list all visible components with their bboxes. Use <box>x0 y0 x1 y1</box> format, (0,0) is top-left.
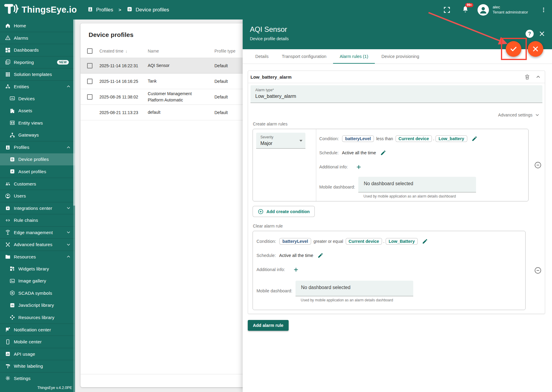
gateways-icon <box>9 132 15 138</box>
mobile-dashboard-helper: Used by mobile application as an alarm d… <box>296 298 413 302</box>
severity-select[interactable]: Severity Major <box>256 133 305 149</box>
sidebar-item-entity-views[interactable]: Entity views <box>0 117 75 129</box>
help-icon[interactable]: ? <box>526 30 534 38</box>
resources-library-icon <box>9 314 15 320</box>
chevron-down-icon <box>66 230 71 235</box>
sidebar-item-mobile-center[interactable]: Mobile center <box>0 336 75 348</box>
add-additional-info-icon[interactable] <box>293 267 299 273</box>
sidebar-item-reporting[interactable]: ReportingNEW <box>0 56 75 68</box>
sidebar-item-settings[interactable]: Settings <box>0 372 75 384</box>
condition-value-chip: Low_Battery <box>386 238 418 245</box>
user-role: Tenant administrator <box>493 10 528 15</box>
cell-name: AQI Sensor <box>148 62 214 68</box>
sidebar-item-users[interactable]: Users <box>0 190 75 202</box>
row-checkbox[interactable] <box>87 63 93 68</box>
sidebar-item-resources[interactable]: Resources <box>0 251 75 263</box>
close-icon[interactable] <box>538 30 545 38</box>
mobile-dashboard-select[interactable]: No dashboard selected <box>296 281 413 296</box>
breadcrumb: Profiles > D Device profiles <box>87 6 169 14</box>
edit-condition-icon[interactable] <box>422 238 428 244</box>
clear-condition-row: Condition: batteryLevel greater or equal… <box>256 237 525 246</box>
panel-subtitle: Device profile details <box>243 34 552 41</box>
sidebar-item-label: Assets <box>18 108 32 113</box>
sidebar-item-javascript-library[interactable]: JSJavaScript library <box>0 299 75 312</box>
notification-center-icon <box>5 327 11 333</box>
remove-clear-rule-icon[interactable] <box>534 267 542 274</box>
reporting-icon <box>5 59 11 65</box>
sidebar-scrollbar[interactable] <box>73 20 75 392</box>
sidebar-item-assets[interactable]: Assets <box>0 105 75 117</box>
sidebar-item-advanced-features[interactable]: Advanced features <box>0 238 75 251</box>
sidebar-item-notification-center[interactable]: Notification center <box>0 324 75 336</box>
row-checkbox[interactable] <box>87 94 93 100</box>
sort-desc-icon: ↓ <box>125 49 127 53</box>
sidebar-item-profiles[interactable]: Profiles <box>0 141 75 153</box>
create-alarm-rules-label: Create alarm rules <box>253 122 542 126</box>
advanced-settings-label: Advanced settings <box>498 113 532 117</box>
sidebar-item-customers[interactable]: Customers <box>0 178 75 190</box>
add-additional-info-icon[interactable] <box>356 164 362 170</box>
logo-icon <box>4 3 19 17</box>
alarm-rules-tab-content: Low_battery_alarm Alarm type* Low_batter… <box>243 64 552 392</box>
row-checkbox[interactable] <box>87 79 93 84</box>
sidebar-item-dashboards[interactable]: Dashboards <box>0 44 75 56</box>
sidebar-item-scada-symbols[interactable]: SCADA symbols <box>0 287 75 299</box>
edit-condition-icon[interactable] <box>472 136 478 142</box>
svg-text:JS: JS <box>11 304 14 307</box>
add-create-condition-button[interactable]: Add create condition <box>253 206 315 217</box>
sidebar-item-devices[interactable]: Devices <box>0 92 75 105</box>
avatar[interactable] <box>478 4 489 16</box>
notifications-bell[interactable]: 99+ <box>462 5 469 14</box>
device-profile-icon: D <box>9 156 15 162</box>
tab-transport-configuration[interactable]: Transport configuration <box>275 49 333 64</box>
sidebar-nav: HomeAlarmsDashboardsReportingNEWSolution… <box>0 20 75 392</box>
breadcrumb-device-profiles[interactable]: D Device profiles <box>126 6 169 14</box>
alarm-type-field[interactable]: Alarm type* Low_battery_alarm <box>250 85 542 103</box>
apply-changes-button[interactable] <box>506 41 521 57</box>
discard-changes-button[interactable] <box>528 41 543 57</box>
sidebar-item-solution-templates[interactable]: Solution templates <box>0 68 75 80</box>
sidebar-item-api-usage[interactable]: API usage <box>0 348 75 360</box>
sidebar-item-integrations-center[interactable]: Integrations center <box>0 202 75 214</box>
app-logo[interactable]: ThingsEye.io <box>0 3 79 17</box>
add-alarm-rule-button[interactable]: Add alarm rule <box>248 320 289 331</box>
sidebar-item-widgets-library[interactable]: Widgets library <box>0 263 75 275</box>
clear-alarm-rule-label: Clear alarm rule <box>253 224 542 228</box>
tab-device-provisioning[interactable]: Device provisioning <box>375 49 426 64</box>
delete-alarm-icon[interactable] <box>524 74 530 80</box>
sidebar-item-asset-profiles[interactable]: AAsset profiles <box>0 165 75 178</box>
sidebar-item-white-labeling[interactable]: White labeling <box>0 360 75 372</box>
mobile-dashboard-select[interactable]: No dashboard selected <box>358 177 476 192</box>
tab-alarm-rules-1-[interactable]: Alarm rules (1) <box>333 49 375 64</box>
edit-schedule-icon[interactable] <box>380 150 386 156</box>
sidebar-item-gateways[interactable]: Gateways <box>0 129 75 141</box>
panel-title: AQI Sensor <box>243 20 552 34</box>
column-name[interactable]: Name <box>148 48 214 54</box>
fullscreen-icon[interactable] <box>443 6 451 14</box>
advanced-settings-toggle[interactable]: Advanced settings <box>250 111 540 119</box>
sidebar-item-edge-management[interactable]: Edge management <box>0 226 75 239</box>
condition-key-chip: batteryLevel <box>279 238 311 245</box>
notifications-badge: 99+ <box>465 3 473 7</box>
chevron-down-icon <box>535 112 540 118</box>
sidebar-item-resources-library[interactable]: Resources library <box>0 311 75 324</box>
sidebar-item-device-profiles[interactable]: DDevice profiles <box>0 153 75 166</box>
schedule-value: Active all the time <box>342 150 376 155</box>
edit-schedule-icon[interactable] <box>317 252 323 258</box>
breadcrumb-profiles[interactable]: Profiles <box>87 6 113 14</box>
tab-details[interactable]: Details <box>249 49 275 64</box>
sidebar-item-entities[interactable]: Entities <box>0 80 75 93</box>
sidebar-item-label: Customers <box>14 181 36 186</box>
sidebar-item-image-gallery[interactable]: Image gallery <box>0 275 75 287</box>
collapse-alarm-icon[interactable] <box>535 74 541 80</box>
sidebar-item-rule-chains[interactable]: Rule chains <box>0 214 75 226</box>
sidebar-item-home[interactable]: Home <box>0 20 75 32</box>
column-created-time[interactable]: Created time↓ <box>99 49 148 53</box>
select-all-checkbox[interactable] <box>87 48 93 54</box>
breadcrumb-separator: > <box>117 7 123 12</box>
sidebar-item-label: Advanced features <box>14 242 52 247</box>
kebab-menu-icon[interactable] <box>541 6 547 14</box>
remove-create-rule-icon[interactable] <box>534 161 542 169</box>
alarm-card-header[interactable]: Low_battery_alarm <box>248 71 545 83</box>
sidebar-item-alarms[interactable]: Alarms <box>0 32 75 44</box>
